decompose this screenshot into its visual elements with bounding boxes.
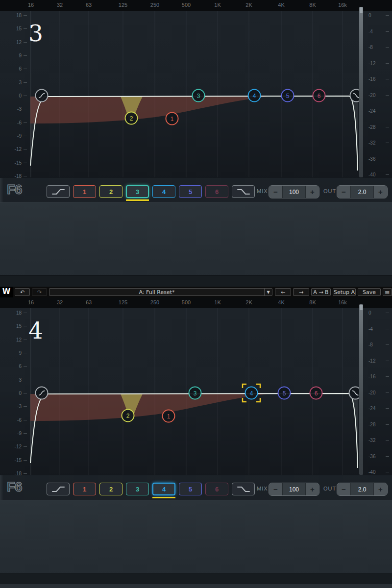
eq-node-band-5[interactable]: 5: [278, 387, 291, 399]
band-button-label: 2: [109, 188, 113, 196]
selection-bracket: [256, 384, 260, 388]
f6-logo: F6: [7, 479, 22, 495]
redo-button[interactable]: ↷: [32, 288, 47, 296]
band-button-2[interactable]: 2: [99, 483, 122, 495]
selection-bracket: [256, 398, 260, 402]
mix-label: MIX: [257, 486, 268, 491]
meter-peak-segment: [360, 305, 363, 310]
out-value[interactable]: 2.0: [350, 186, 374, 198]
lowcut-slope-icon: [50, 484, 66, 494]
band-button-label: 3: [136, 188, 139, 196]
band-button-label: 1: [83, 486, 86, 493]
eq-node-band-2[interactable]: 2: [125, 112, 138, 124]
output-level-meter: [359, 304, 363, 475]
band-button-lowcut[interactable]: [47, 483, 70, 495]
out-increment-button[interactable]: +: [374, 186, 387, 198]
toolbar-menu-icon[interactable]: ≡: [383, 288, 392, 296]
waves-toolbar: W ↶ ↷ A: Full Reset* ▼ ← → A → B Setup A…: [0, 287, 392, 297]
save-button[interactable]: Save: [358, 288, 381, 296]
preset-bar[interactable]: A: Full Reset* ▼: [49, 288, 272, 296]
eq-plot[interactable]: 213456: [0, 0, 392, 180]
band-button-6[interactable]: 6: [205, 185, 228, 198]
eq-graph[interactable]: 1632631252505001K2K4K8K16k 1815129630-3-…: [0, 297, 392, 478]
band-button-label: 5: [189, 486, 192, 493]
band-button-4[interactable]: 4: [152, 185, 175, 198]
band1-dynamic-range-area: [30, 394, 267, 421]
meter-peak-segment: [360, 7, 363, 13]
mix-value[interactable]: 100: [282, 483, 306, 495]
a-to-b-button[interactable]: A → B: [311, 288, 331, 296]
band-button-lowcut[interactable]: [47, 185, 70, 198]
annotation-number: 3: [28, 20, 43, 47]
eq-node-band-1[interactable]: 1: [163, 410, 175, 422]
band-button-5[interactable]: 5: [179, 185, 202, 198]
eq-plot[interactable]: 213456: [0, 297, 392, 478]
highcut-slope-icon: [236, 187, 251, 196]
band-button-1[interactable]: 1: [73, 185, 96, 198]
setup-a-button[interactable]: Setup A: [333, 288, 356, 296]
lowcut-slope-icon: [50, 187, 66, 196]
preset-dropdown-icon[interactable]: ▼: [264, 289, 272, 295]
screenshot-root: 1632631252505001K2K4K8K16k 1815129630-3-…: [0, 0, 392, 588]
mix-increment-button[interactable]: +: [306, 186, 319, 198]
band-button-2[interactable]: 2: [99, 185, 122, 198]
next-preset-button[interactable]: →: [293, 288, 309, 296]
annotation-number: 4: [28, 317, 43, 344]
out-decrement-button[interactable]: −: [337, 483, 350, 495]
band-button-label: 2: [109, 486, 113, 493]
selection-bracket: [243, 398, 246, 402]
node-number: 6: [315, 390, 318, 397]
band-controls-panel: STEREO MID SIDES: [0, 202, 392, 275]
highcut-slope-icon: [236, 484, 251, 494]
selected-band-underline: [152, 497, 175, 498]
node-number: 1: [171, 116, 174, 122]
band-button-label: 1: [83, 188, 86, 196]
eq-node-band-5[interactable]: 5: [282, 90, 294, 102]
eq-node-band-4[interactable]: 4: [243, 384, 260, 402]
eq-node-band-3[interactable]: 3: [189, 387, 201, 399]
band-button-3[interactable]: 3: [126, 185, 149, 198]
eq-node-band-6[interactable]: 6: [313, 90, 325, 102]
out-stepper: − 2.0 +: [337, 483, 388, 496]
band-button-1[interactable]: 1: [73, 483, 96, 495]
f6-logo: F6: [7, 182, 22, 197]
eq-node-band-1[interactable]: 1: [166, 113, 178, 125]
node-number: 5: [286, 93, 290, 99]
out-label: OUT: [323, 188, 336, 194]
band-button-5[interactable]: 5: [179, 483, 202, 495]
prev-preset-button[interactable]: ←: [275, 288, 291, 296]
node-number: 3: [197, 93, 200, 99]
f6-plugin-window: 1632631252505001K2K4K8K16k 1815129630-3-…: [0, 0, 392, 287]
eq-node-lowcut[interactable]: [36, 90, 48, 102]
out-value[interactable]: 2.0: [350, 483, 374, 495]
node-number: 1: [167, 413, 171, 420]
mix-decrement-button[interactable]: −: [269, 186, 282, 198]
selected-band-underline: [126, 199, 149, 201]
eq-node-lowcut[interactable]: [36, 387, 48, 399]
mix-increment-button[interactable]: +: [306, 483, 319, 495]
band-button-label: 4: [162, 188, 166, 196]
eq-graph[interactable]: 1632631252505001K2K4K8K16k 1815129630-3-…: [0, 0, 392, 180]
global-release-strip: GLOBAL RELEASE ARC MNL: [0, 275, 392, 287]
undo-button[interactable]: ↶: [15, 288, 30, 296]
band-button-label: 3: [136, 486, 139, 493]
band-button-highcut[interactable]: [232, 483, 255, 495]
selection-bracket: [243, 384, 246, 388]
preset-name: A: Full Reset*: [49, 289, 264, 295]
mix-decrement-button[interactable]: −: [269, 483, 282, 495]
eq-node-band-3[interactable]: 3: [193, 90, 205, 102]
node-number: 4: [250, 390, 253, 397]
band-button-4[interactable]: 4: [152, 483, 175, 495]
mix-stepper: − 100 +: [269, 185, 319, 198]
out-increment-button[interactable]: +: [374, 483, 387, 495]
band-button-6[interactable]: 6: [205, 483, 228, 495]
eq-node-band-6[interactable]: 6: [310, 387, 322, 399]
output-level-meter: [359, 7, 363, 177]
out-decrement-button[interactable]: −: [337, 186, 350, 198]
band-button-3[interactable]: 3: [126, 483, 149, 495]
eq-node-band-4[interactable]: 4: [248, 90, 261, 102]
node-number: 2: [130, 115, 133, 122]
band-button-highcut[interactable]: [232, 185, 255, 198]
eq-node-band-2[interactable]: 2: [122, 410, 134, 422]
mix-value[interactable]: 100: [282, 186, 306, 198]
